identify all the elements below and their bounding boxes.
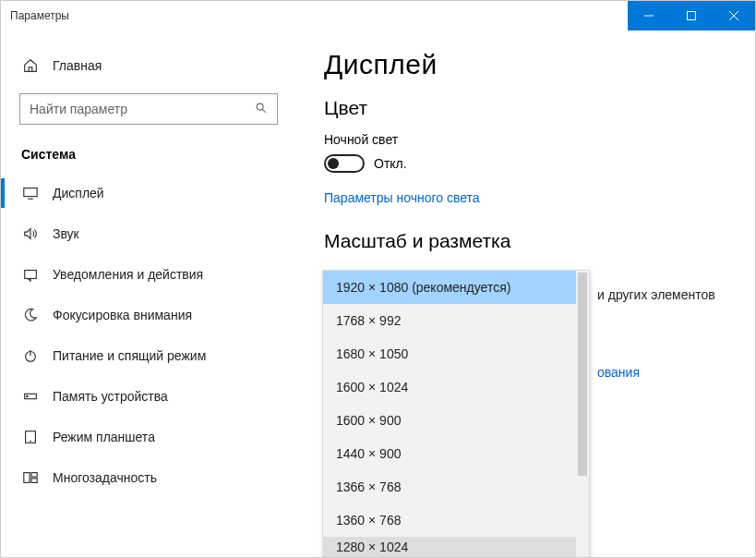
dropdown-option[interactable]: 1600 × 1024 (323, 370, 589, 404)
section-color: Цвет (324, 97, 727, 119)
home-button[interactable]: Главная (1, 49, 296, 82)
search-placeholder: Найти параметр (30, 102, 127, 116)
sidebar-item-label: Звук (53, 226, 79, 241)
search-input[interactable]: Найти параметр (19, 93, 278, 125)
scrollbar-thumb[interactable] (578, 273, 587, 476)
window-controls (628, 1, 755, 30)
dropdown-option[interactable]: 1360 × 768 (323, 503, 589, 537)
resolution-dropdown[interactable]: 1920 × 1080 (рекомендуется) 1768 × 992 1… (322, 270, 590, 557)
svg-rect-15 (24, 473, 30, 483)
sidebar-item-label: Режим планшета (53, 430, 155, 444)
nightlight-toggle[interactable] (324, 154, 365, 173)
home-label: Главная (53, 58, 102, 73)
svg-rect-1 (688, 12, 696, 20)
moon-icon (21, 306, 40, 324)
window-title: Параметры (10, 9, 69, 22)
notification-icon (21, 265, 40, 284)
section-scale: Масштаб и разметка (324, 230, 727, 252)
sidebar-item-label: Уведомления и действия (53, 267, 203, 282)
power-icon (21, 346, 40, 365)
category-heading: Система (1, 141, 296, 173)
svg-point-4 (257, 103, 263, 110)
sidebar-item-label: Питание и спящий режим (53, 348, 206, 363)
sidebar: Главная Найти параметр Система Дисплей З… (1, 30, 296, 557)
multitask-icon (21, 468, 40, 487)
speaker-icon (21, 224, 40, 243)
svg-rect-16 (31, 473, 37, 477)
home-icon (21, 56, 40, 75)
titlebar: Параметры (1, 1, 755, 30)
maximize-button[interactable] (670, 1, 713, 30)
search-icon (255, 102, 268, 117)
sidebar-item-display[interactable]: Дисплей (1, 173, 296, 213)
svg-rect-6 (24, 188, 37, 197)
dropdown-option[interactable]: 1440 × 900 (323, 437, 589, 470)
nightlight-settings-link[interactable]: Параметры ночного света (324, 190, 480, 205)
tablet-icon (21, 428, 40, 446)
sidebar-item-tablet[interactable]: Режим планшета (1, 417, 296, 457)
dropdown-option[interactable]: 1600 × 900 (323, 404, 589, 437)
sidebar-item-label: Фокусировка внимания (53, 308, 192, 322)
behind-text-fragment: и других элементов (597, 287, 715, 302)
sidebar-item-notifications[interactable]: Уведомления и действия (1, 254, 296, 295)
nightlight-label: Ночной свет (324, 132, 727, 147)
toggle-state-text: Откл. (374, 156, 407, 171)
sidebar-item-sound[interactable]: Звук (1, 213, 296, 254)
sidebar-item-label: Дисплей (53, 186, 104, 200)
content-area: Дисплей Цвет Ночной свет Откл. Параметры… (296, 30, 755, 557)
behind-link-fragment[interactable]: ования (597, 365, 640, 380)
close-button[interactable] (713, 1, 755, 30)
sidebar-item-storage[interactable]: Память устройства (1, 376, 296, 417)
storage-icon (21, 387, 40, 406)
minimize-button[interactable] (628, 1, 670, 30)
dropdown-option[interactable]: 1680 × 1050 (323, 337, 589, 370)
dropdown-option[interactable]: 1366 × 768 (323, 470, 589, 503)
dropdown-option[interactable]: 1920 × 1080 (рекомендуется) (323, 271, 589, 304)
sidebar-item-label: Многозадачность (53, 470, 157, 485)
dropdown-option[interactable]: 1768 × 992 (323, 304, 589, 337)
svg-line-5 (262, 109, 266, 113)
svg-point-12 (27, 395, 28, 396)
svg-rect-17 (31, 479, 37, 483)
dropdown-option[interactable]: 1280 × 1024 (323, 537, 589, 557)
toggle-knob (328, 158, 339, 169)
dropdown-scrollbar[interactable] (576, 271, 589, 557)
sidebar-item-multitasking[interactable]: Многозадачность (1, 457, 296, 498)
sidebar-item-label: Память устройства (53, 389, 168, 404)
page-title: Дисплей (324, 49, 727, 80)
svg-rect-8 (25, 271, 37, 279)
sidebar-item-power[interactable]: Питание и спящий режим (1, 335, 296, 376)
monitor-icon (21, 184, 40, 202)
sidebar-item-focus[interactable]: Фокусировка внимания (1, 295, 296, 335)
